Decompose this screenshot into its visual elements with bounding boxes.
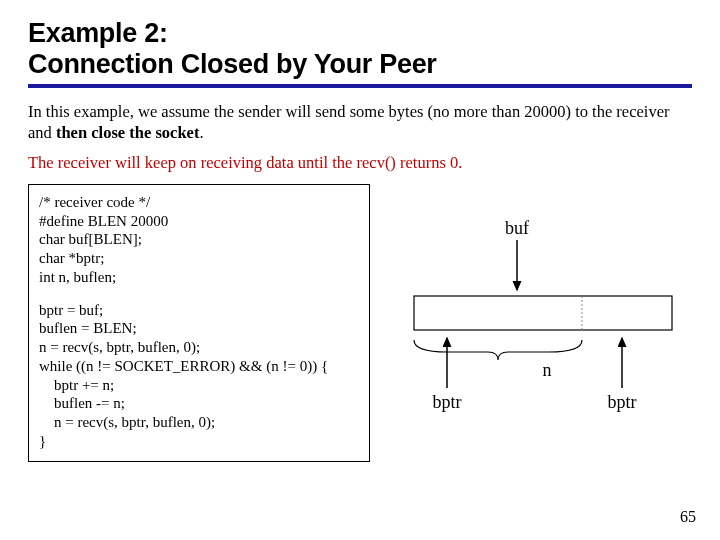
- slide: Example 2: Connection Closed by Your Pee…: [0, 0, 720, 540]
- bptr-right-label: bptr: [608, 392, 637, 412]
- code-line: char buf[BLEN];: [39, 230, 359, 249]
- paragraph-1: In this example, we assume the sender wi…: [28, 102, 692, 143]
- code-line: n = recv(s, bptr, buflen, 0);: [39, 338, 359, 357]
- buffer-rect: [414, 296, 672, 330]
- code-line: bptr += n;: [39, 376, 359, 395]
- diagram-svg: buf n bptr bptr: [392, 184, 692, 444]
- n-label: n: [543, 360, 552, 380]
- title-line-2: Connection Closed by Your Peer: [28, 49, 437, 79]
- code-block-2: bptr = buf; buflen = BLEN; n = recv(s, b…: [39, 301, 359, 451]
- code-line: #define BLEN 20000: [39, 212, 359, 231]
- code-line: /* receiver code */: [39, 193, 359, 212]
- code-line: n = recv(s, bptr, buflen, 0);: [39, 413, 359, 432]
- brace-n-icon: [414, 340, 582, 360]
- para1-bold: then close the socket: [56, 123, 199, 142]
- buffer-diagram: buf n bptr bptr: [392, 184, 692, 454]
- code-line: bptr = buf;: [39, 301, 359, 320]
- title-underline: [28, 84, 692, 88]
- page-number: 65: [680, 508, 696, 526]
- buf-label: buf: [505, 218, 529, 238]
- code-line: char *bptr;: [39, 249, 359, 268]
- code-line: buflen -= n;: [39, 394, 359, 413]
- title-line-1: Example 2:: [28, 18, 168, 48]
- code-line: buflen = BLEN;: [39, 319, 359, 338]
- code-box: /* receiver code */ #define BLEN 20000 c…: [28, 184, 370, 462]
- slide-title: Example 2: Connection Closed by Your Pee…: [28, 18, 692, 80]
- code-block-1: /* receiver code */ #define BLEN 20000 c…: [39, 193, 359, 287]
- code-line: }: [39, 432, 359, 451]
- para1-suffix: .: [199, 123, 203, 142]
- bptr-left-label: bptr: [433, 392, 462, 412]
- paragraph-2: The receiver will keep on receiving data…: [28, 153, 692, 174]
- content-row: /* receiver code */ #define BLEN 20000 c…: [28, 184, 692, 462]
- code-line: while ((n != SOCKET_ERROR) && (n != 0)) …: [39, 357, 359, 376]
- code-line: int n, buflen;: [39, 268, 359, 287]
